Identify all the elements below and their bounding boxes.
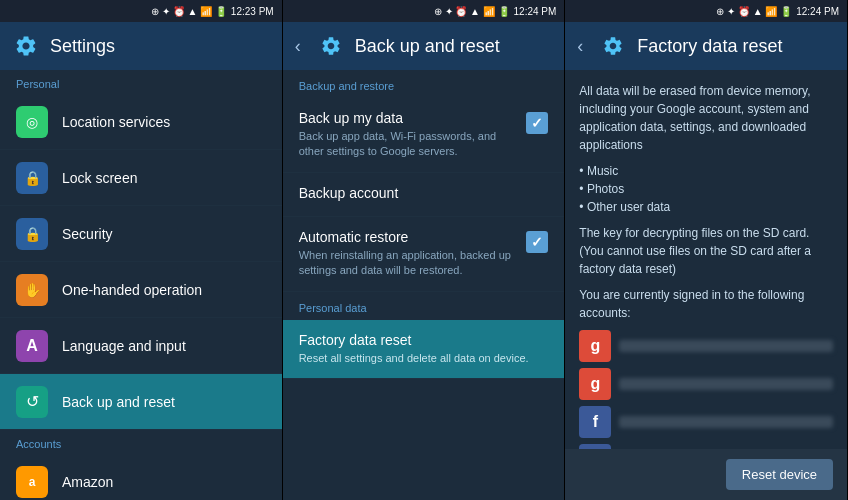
sidebar-item-backup[interactable]: ↺ Back up and reset — [0, 374, 282, 430]
section-label-accounts: Accounts — [0, 430, 282, 454]
status-time-3: 12:24 PM — [796, 6, 839, 17]
back-arrow-2[interactable]: ‹ — [295, 36, 301, 57]
reset-device-button[interactable]: Reset device — [726, 459, 833, 490]
facebook-icon-1: f — [579, 406, 611, 438]
status-icons-3: ⊕ ✦ ⏰ ▲ 📶 🔋 — [716, 6, 792, 17]
security-icon: 🔒 — [16, 218, 48, 250]
auto-restore-item[interactable]: Automatic restore When reinstalling an a… — [283, 217, 565, 292]
settings-title: Settings — [50, 36, 115, 57]
factory-gear-icon — [599, 32, 627, 60]
sidebar-item-language[interactable]: A Language and input — [0, 318, 282, 374]
settings-gear-icon — [12, 32, 40, 60]
amazon-label: Amazon — [62, 474, 113, 490]
auto-restore-checkbox[interactable] — [526, 231, 548, 253]
auto-restore-content: Automatic restore When reinstalling an a… — [299, 229, 517, 279]
sidebar-item-security[interactable]: 🔒 Security — [0, 206, 282, 262]
warning-text-2: • Music• Photos• Other user data — [579, 162, 833, 216]
backup-icon: ↺ — [16, 386, 48, 418]
account-blur-2 — [619, 378, 833, 390]
factory-reset-panel: ⊕ ✦ ⏰ ▲ 📶 🔋 12:24 PM ‹ Factory data rese… — [565, 0, 848, 500]
factory-title: Factory data reset — [637, 36, 782, 57]
backup-data-subtitle: Back up app data, Wi-Fi passwords, and o… — [299, 129, 517, 160]
back-arrow-3[interactable]: ‹ — [577, 36, 583, 57]
settings-panel: ⊕ ✦ ⏰ ▲ 📶 🔋 12:23 PM Settings Personal ◎… — [0, 0, 283, 500]
account-blur-1 — [619, 340, 833, 352]
location-icon: ◎ — [16, 106, 48, 138]
accounts-label: You are currently signed in to the follo… — [579, 286, 833, 322]
auto-restore-subtitle: When reinstalling an application, backed… — [299, 248, 517, 279]
backup-data-title: Back up my data — [299, 110, 517, 126]
status-icons-1: ⊕ ✦ ⏰ ▲ 📶 🔋 — [151, 6, 227, 17]
backup-data-checkbox[interactable] — [526, 112, 548, 134]
settings-title-bar: Settings — [0, 22, 282, 70]
factory-reset-item[interactable]: Factory data reset Reset all settings an… — [283, 320, 565, 379]
amazon-icon: a — [16, 466, 48, 498]
factory-title-bar: ‹ Factory data reset — [565, 22, 847, 70]
backup-label: Back up and reset — [62, 394, 175, 410]
backup-account-item[interactable]: Backup account — [283, 173, 565, 217]
lockscreen-icon: 🔒 — [16, 162, 48, 194]
google-icon-2: g — [579, 368, 611, 400]
status-bar-2: ⊕ ✦ ⏰ ▲ 📶 🔋 12:24 PM — [283, 0, 565, 22]
security-label: Security — [62, 226, 113, 242]
factory-reset-subtitle: Reset all settings and delete all data o… — [299, 351, 549, 366]
sidebar-item-lockscreen[interactable]: 🔒 Lock screen — [0, 150, 282, 206]
reset-button-bar: Reset device — [565, 449, 847, 500]
location-label: Location services — [62, 114, 170, 130]
status-time-2: 12:24 PM — [514, 6, 557, 17]
sidebar-item-location[interactable]: ◎ Location services — [0, 94, 282, 150]
backup-title-gear-icon — [317, 32, 345, 60]
backup-panel: ⊕ ✦ ⏰ ▲ 📶 🔋 12:24 PM ‹ Back up and reset… — [283, 0, 566, 500]
account-google-2: g — [579, 368, 833, 400]
status-bar-1: ⊕ ✦ ⏰ ▲ 📶 🔋 12:23 PM — [0, 0, 282, 22]
backup-account-title: Backup account — [299, 185, 549, 201]
backup-title: Back up and reset — [355, 36, 500, 57]
sidebar-item-amazon[interactable]: a Amazon — [0, 454, 282, 500]
factory-reset-content: Factory data reset Reset all settings an… — [299, 332, 549, 366]
language-icon: A — [16, 330, 48, 362]
backup-restore-label: Backup and restore — [283, 70, 565, 98]
factory-reset-content-area: All data will be erased from device memo… — [565, 70, 847, 449]
onehand-icon: ✋ — [16, 274, 48, 306]
factory-reset-title: Factory data reset — [299, 332, 549, 348]
lockscreen-label: Lock screen — [62, 170, 137, 186]
backup-title-bar: ‹ Back up and reset — [283, 22, 565, 70]
section-label-personal: Personal — [0, 70, 282, 94]
auto-restore-title: Automatic restore — [299, 229, 517, 245]
status-bar-3: ⊕ ✦ ⏰ ▲ 📶 🔋 12:24 PM — [565, 0, 847, 22]
backup-data-content: Back up my data Back up app data, Wi-Fi … — [299, 110, 517, 160]
account-blur-3 — [619, 416, 833, 428]
personal-data-label: Personal data — [283, 292, 565, 320]
google-icon-1: g — [579, 330, 611, 362]
onehand-label: One-handed operation — [62, 282, 202, 298]
sidebar-item-onehand[interactable]: ✋ One-handed operation — [0, 262, 282, 318]
account-facebook-1: f — [579, 406, 833, 438]
account-google-1: g — [579, 330, 833, 362]
warning-text-3: The key for decrypting files on the SD c… — [579, 224, 833, 278]
status-icons-2: ⊕ ✦ ⏰ ▲ 📶 🔋 — [434, 6, 510, 17]
backup-data-item[interactable]: Back up my data Back up app data, Wi-Fi … — [283, 98, 565, 173]
warning-text-1: All data will be erased from device memo… — [579, 82, 833, 154]
status-time-1: 12:23 PM — [231, 6, 274, 17]
backup-account-content: Backup account — [299, 185, 549, 204]
language-label: Language and input — [62, 338, 186, 354]
